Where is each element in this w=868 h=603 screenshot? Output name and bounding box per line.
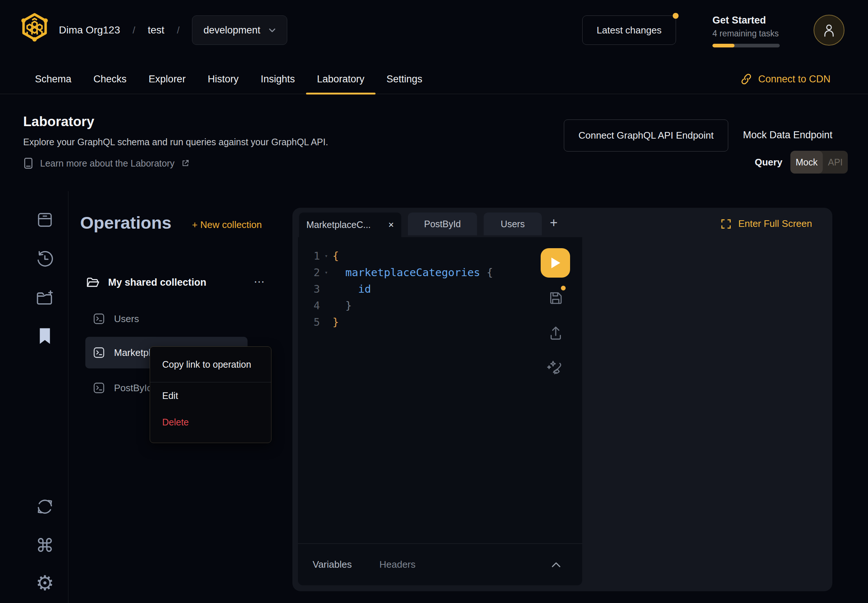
connect-to-cdn-label: Connect to CDN (758, 74, 831, 85)
connect-graphql-endpoint-button[interactable]: Connect GraphQL API Endpoint (564, 119, 728, 152)
collection-header[interactable]: My shared collection (80, 271, 271, 294)
menu-item-edit[interactable]: Edit (150, 382, 271, 409)
laboratory-page: Dima Org123 / test / development Latest … (0, 0, 868, 603)
toggle-option-api[interactable]: API (823, 151, 848, 173)
mock-data-endpoint-button[interactable]: Mock Data Endpoint (743, 130, 832, 141)
code-line: 4 } (298, 297, 493, 314)
line-number: 2 (298, 266, 320, 279)
tab-schema[interactable]: Schema (24, 64, 82, 94)
get-started-title: Get Started (712, 15, 782, 26)
editor-tab-users[interactable]: Users (484, 212, 542, 235)
line-number: 1 (298, 250, 320, 262)
history-icon[interactable] (34, 249, 55, 269)
code-line: 2▾ marketplaceCategories { (298, 264, 493, 281)
code-token: id (333, 283, 371, 295)
new-collection-link[interactable]: + New collection (192, 219, 262, 230)
operation-item-users[interactable]: Users (85, 307, 248, 331)
connect-to-cdn-link[interactable]: Connect to CDN (740, 64, 831, 94)
operation-icon (93, 382, 105, 394)
collection-menu-button[interactable]: ⋯ (254, 275, 266, 288)
code-token: { (487, 266, 493, 279)
query-mode-row: Query Mock API (755, 151, 848, 173)
operation-name: Users (114, 313, 139, 325)
breadcrumb-project[interactable]: test (148, 24, 164, 36)
tab-explorer[interactable]: Explorer (138, 64, 197, 94)
editor-tab-marketplacecategories[interactable]: MarketplaceC... × (299, 212, 401, 237)
menu-item-delete[interactable]: Delete (150, 409, 271, 435)
add-tab-button[interactable]: + (550, 215, 558, 230)
fold-marker-icon[interactable]: ▾ (320, 269, 333, 276)
query-mode-toggle: Mock API (791, 151, 848, 173)
page-description: Explore your GraphQL schema and run quer… (23, 137, 328, 147)
latest-changes-button[interactable]: Latest changes (582, 15, 676, 45)
get-started-progress-fill (712, 44, 735, 48)
learn-more-label: Learn more about the Laboratory (40, 158, 175, 169)
run-query-button[interactable] (541, 248, 570, 278)
code-line: 3 id (298, 281, 493, 297)
folder-open-icon (86, 277, 100, 288)
user-avatar[interactable] (814, 15, 845, 46)
tab-history[interactable]: History (197, 64, 250, 94)
operation-icon (93, 346, 105, 359)
sync-icon[interactable] (34, 496, 55, 517)
operations-title: Operations (80, 212, 172, 233)
learn-more-link[interactable]: Learn more about the Laboratory (23, 158, 189, 169)
variables-tab[interactable]: Variables (313, 559, 351, 570)
play-icon (549, 256, 562, 269)
editor-tab-postbyid[interactable]: PostById (408, 212, 477, 235)
top-header: Dima Org123 / test / development Latest … (0, 0, 868, 64)
code-line: 5} (298, 314, 493, 330)
fullscreen-icon (721, 218, 732, 229)
new-folder-icon[interactable] (34, 288, 55, 308)
bookmark-icon[interactable] (34, 326, 55, 346)
code-token: marketplaceCategories (333, 266, 487, 279)
tab-insights[interactable]: Insights (250, 64, 306, 94)
toggle-option-mock[interactable]: Mock (791, 151, 823, 173)
breadcrumb: Dima Org123 / test / development (59, 14, 287, 46)
prettify-button[interactable] (545, 358, 564, 377)
code-token: { (333, 250, 339, 262)
rail-divider (68, 191, 68, 603)
settings-gear-icon[interactable]: ⚙ (34, 573, 55, 594)
command-icon[interactable]: ⌘ (34, 535, 55, 556)
breadcrumb-org[interactable]: Dima Org123 (59, 24, 120, 36)
line-number: 5 (298, 316, 320, 328)
share-operation-button[interactable] (547, 325, 564, 342)
link-icon (740, 73, 752, 85)
fold-marker-icon[interactable]: ▾ (320, 253, 333, 259)
tab-laboratory[interactable]: Laboratory (306, 64, 376, 94)
line-number: 4 (298, 299, 320, 312)
breadcrumb-separator: / (133, 25, 135, 36)
tab-checks[interactable]: Checks (82, 64, 138, 94)
person-icon (822, 23, 836, 37)
notification-dot (673, 13, 679, 19)
latest-changes-label: Latest changes (597, 25, 661, 36)
query-editor[interactable]: 1▾{ 2▾ marketplaceCategories { 3 id 4 } … (298, 237, 582, 585)
enter-fullscreen-label: Enter Full Screen (738, 218, 812, 229)
external-link-icon (181, 159, 189, 167)
editor-tab-label: MarketplaceC... (306, 220, 371, 230)
get-started-subtitle: 4 remaining tasks (712, 29, 782, 39)
code-area[interactable]: 1▾{ 2▾ marketplaceCategories { 3 id 4 } … (298, 247, 493, 330)
code-token: } (333, 299, 351, 312)
tab-settings[interactable]: Settings (376, 64, 434, 94)
editor-bottom-bar: Variables Headers (298, 544, 582, 585)
hive-logo-icon[interactable] (21, 12, 48, 43)
get-started-progressbar (712, 44, 780, 48)
headers-tab[interactable]: Headers (379, 559, 415, 570)
get-started-widget[interactable]: Get Started 4 remaining tasks (712, 15, 782, 48)
menu-item-copy-link[interactable]: Copy link to operation (150, 347, 271, 382)
collapse-panel-icon[interactable] (551, 561, 562, 569)
enter-fullscreen-link[interactable]: Enter Full Screen (721, 218, 812, 229)
laboratory-editor-panel: MarketplaceC... × PostById Users + Enter… (292, 208, 832, 591)
page-title: Laboratory (23, 114, 94, 130)
line-number: 3 (298, 283, 320, 295)
close-tab-icon[interactable]: × (388, 219, 394, 230)
collections-icon[interactable] (34, 210, 55, 230)
code-token: } (333, 316, 339, 328)
unsaved-changes-dot (561, 286, 566, 291)
operation-context-menu: Copy link to operation Edit Delete (150, 346, 271, 443)
operation-icon (93, 312, 105, 325)
environment-selector[interactable]: development (192, 15, 287, 45)
save-operation-button[interactable] (547, 289, 564, 306)
